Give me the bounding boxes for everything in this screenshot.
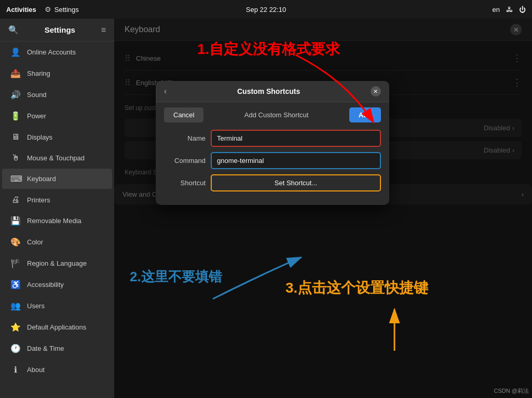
sidebar-item-sharing[interactable]: 📤 Sharing (2, 63, 112, 84)
sidebar-item-label: Sharing (27, 70, 50, 77)
network-icon: 🖧 (506, 6, 513, 13)
sidebar-item-power[interactable]: 🔋 Power (2, 106, 112, 126)
content-area: Keyboard ✕ ⠿ Chinese ⋮ ⠿ English (US) (114, 19, 532, 398)
sidebar-item-label: Region & Language (27, 259, 87, 267)
sidebar-item-users[interactable]: 👥 Users (2, 296, 112, 316)
add-button[interactable]: Add (349, 107, 381, 122)
sidebar-item-accessibility[interactable]: ♿ Accessibility (2, 275, 112, 295)
sidebar-item-label: Removable Media (27, 217, 81, 225)
sidebar-title: Settings (45, 25, 75, 34)
command-row: Command (164, 152, 381, 169)
sidebar-item-label: About (27, 366, 45, 374)
power-icon: 🔋 (10, 111, 21, 121)
overlay (114, 19, 532, 398)
modal-title: Custom Shortcuts (237, 87, 300, 95)
search-icon[interactable]: 🔍 (8, 25, 19, 35)
power-icon[interactable]: ⏻ (519, 6, 526, 13)
sidebar-item-date-time[interactable]: 🕐 Date & Time (2, 338, 112, 359)
sidebar-item-label: Online Accounts (27, 48, 76, 56)
sidebar-item-online-accounts[interactable]: 👤 Online Accounts (2, 42, 112, 62)
online-accounts-icon: 👤 (10, 47, 21, 57)
gear-icon: ⚙ (45, 5, 51, 13)
sidebar-item-label: Mouse & Touchpad (27, 154, 85, 162)
command-input[interactable] (211, 152, 381, 169)
sidebar-item-label: Keyboard (27, 175, 56, 183)
sidebar-item-label: Color (27, 238, 43, 246)
settings-label: Settings (54, 6, 79, 13)
sharing-icon: 📤 (10, 68, 21, 78)
topbar-settings-link[interactable]: ⚙ Settings (45, 5, 79, 13)
csdn-badge: CSDN @莉法 (494, 387, 529, 395)
sidebar-item-sound[interactable]: 🔊 Sound (2, 85, 112, 105)
modal-form: Name Command Shortcut Set Shortcut... (156, 126, 389, 205)
sidebar-item-printers[interactable]: 🖨 Printers (2, 190, 112, 210)
shortcut-label: Shortcut (164, 179, 206, 187)
sidebar-item-region-language[interactable]: 🏴 Region & Language (2, 253, 112, 273)
sidebar-header: 🔍 Settings ≡ (0, 19, 114, 42)
sidebar-item-label: Default Applications (27, 323, 86, 331)
about-icon: ℹ (10, 365, 21, 375)
sidebar-item-label: Printers (27, 196, 50, 204)
sidebar-item-label: Power (27, 112, 46, 120)
topbar-datetime: Sep 22 22:10 (246, 6, 286, 13)
date-time-icon: 🕐 (10, 344, 21, 353)
sidebar-item-label: Displays (27, 133, 52, 141)
sidebar-item-keyboard[interactable]: ⌨ Keyboard (2, 169, 112, 189)
sidebar-item-label: Users (27, 302, 45, 310)
name-row: Name (164, 130, 381, 147)
sidebar-item-color[interactable]: 🎨 Color (2, 232, 112, 252)
add-custom-shortcut-label: Add Custom Shortcut (244, 111, 309, 119)
sidebar-item-default-apps[interactable]: ⭐ Default Applications (2, 317, 112, 337)
mouse-icon: 🖱 (10, 153, 21, 162)
keyboard-icon: ⌨ (10, 174, 21, 184)
shortcut-row: Shortcut Set Shortcut... (164, 174, 381, 191)
users-icon: 👥 (10, 301, 21, 311)
sidebar-item-mouse-touchpad[interactable]: 🖱 Mouse & Touchpad (2, 148, 112, 168)
name-label: Name (164, 134, 206, 142)
topbar-left: Activities ⚙ Settings (6, 5, 79, 13)
custom-shortcuts-modal: ‹ Custom Shortcuts ✕ Cancel Add Custom S… (156, 81, 389, 205)
color-icon: 🎨 (10, 237, 21, 247)
set-shortcut-button[interactable]: Set Shortcut... (211, 174, 381, 191)
sidebar: 🔍 Settings ≡ 👤 Online Accounts 📤 Sharing… (0, 19, 114, 398)
sidebar-item-label: Date & Time (27, 345, 64, 352)
topbar-right: en 🖧 ⏻ (493, 6, 526, 13)
name-input[interactable] (211, 130, 381, 147)
sidebar-item-about[interactable]: ℹ About (2, 360, 112, 380)
menu-icon[interactable]: ≡ (101, 25, 106, 35)
displays-icon: 🖥 (10, 132, 21, 142)
topbar: Activities ⚙ Settings Sep 22 22:10 en 🖧 … (0, 0, 532, 19)
modal-action-bar: Cancel Add Custom Shortcut Add (156, 102, 389, 126)
cancel-button[interactable]: Cancel (164, 107, 203, 122)
accessibility-icon: ♿ (10, 280, 21, 290)
lang-indicator: en (493, 6, 500, 13)
sidebar-item-displays[interactable]: 🖥 Displays (2, 127, 112, 147)
main-layout: 🔍 Settings ≡ 👤 Online Accounts 📤 Sharing… (0, 19, 532, 398)
sidebar-item-label: Sound (27, 91, 47, 99)
sidebar-item-removable-media[interactable]: 💾 Removable Media (2, 211, 112, 231)
modal-titlebar: ‹ Custom Shortcuts ✕ (156, 81, 389, 102)
sidebar-item-label: Accessibility (27, 281, 64, 289)
activities-button[interactable]: Activities (6, 6, 36, 13)
modal-back-button[interactable]: ‹ (164, 87, 167, 96)
command-label: Command (164, 157, 206, 164)
printers-icon: 🖨 (10, 195, 21, 204)
modal-close-button[interactable]: ✕ (371, 86, 381, 97)
sound-icon: 🔊 (10, 90, 21, 100)
removable-media-icon: 💾 (10, 216, 21, 226)
default-apps-icon: ⭐ (10, 322, 21, 332)
region-icon: 🏴 (10, 258, 21, 268)
